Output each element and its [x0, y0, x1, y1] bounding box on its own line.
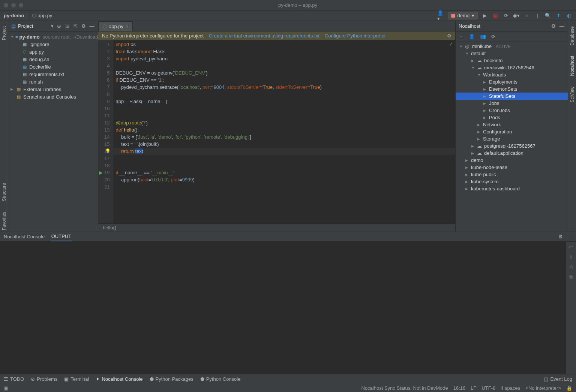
ide-updates-icon[interactable]: ◐	[566, 12, 572, 19]
hide-icon[interactable]: —	[559, 23, 565, 29]
run-gutter-icon[interactable]: ▶	[99, 169, 103, 176]
debug-icon[interactable]: 🐞	[492, 12, 499, 19]
inspection-ok-icon[interactable]: ✓	[449, 42, 453, 47]
scratches[interactable]: ▧Scratches and Consoles	[8, 93, 98, 100]
search-icon[interactable]: 🔍	[544, 12, 551, 19]
structure-tool-tab[interactable]: Structure	[2, 181, 7, 203]
coverage-icon[interactable]: ◉▾	[513, 12, 520, 19]
run-config-selector[interactable]: demo ▾	[448, 12, 478, 19]
wl-pods[interactable]: ▶Pods	[456, 114, 568, 121]
python-console-tool[interactable]: ⬢Python Console	[200, 376, 241, 382]
nocalhost-console-tool[interactable]: ✦Nocalhost Console	[96, 376, 142, 382]
breadcrumb-project[interactable]: py-demo	[4, 13, 24, 18]
create-venv-link[interactable]: Create a virtual environment using requi…	[209, 33, 320, 39]
hide-icon[interactable]: —	[89, 23, 95, 29]
users-icon[interactable]: 👥	[480, 34, 486, 39]
group-configuration[interactable]: ▶Configuration	[456, 128, 568, 135]
sciview-tool-tab[interactable]: SciView	[570, 85, 575, 104]
ns-kube-system[interactable]: ▶kube-system	[456, 178, 568, 185]
user-icon[interactable]: 👤	[469, 34, 475, 39]
file-app-py[interactable]: ⬡app.py	[8, 48, 98, 55]
group-network[interactable]: ▶Network	[456, 121, 568, 128]
scroll-icon[interactable]: ⇟	[569, 254, 573, 260]
status-eol[interactable]: LF	[471, 385, 476, 391]
breadcrumb[interactable]: py-demo 〉 ⬡ app.py	[4, 12, 52, 19]
event-log-tool[interactable]: ◫Event Log	[544, 376, 572, 382]
ns-kube-public[interactable]: ▶kube-public	[456, 171, 568, 178]
file-debug-sh[interactable]: ▦debug.sh	[8, 55, 98, 63]
add-icon[interactable]: ＋	[459, 33, 464, 40]
run-icon[interactable]: ▶	[482, 12, 488, 19]
file-gitignore[interactable]: ▦.gitignore	[8, 40, 98, 48]
ns-kube-node-lease[interactable]: ▶kube-node-lease	[456, 164, 568, 171]
lock-icon[interactable]: 🔒	[566, 385, 572, 391]
external-libraries[interactable]: ▶▥External Libraries	[8, 85, 98, 93]
code-editor[interactable]: 123456789101112131415161718▶192021 impor…	[98, 40, 455, 223]
wl-deployments[interactable]: ▶Deployments	[456, 78, 568, 85]
expand-icon[interactable]: ⇲	[64, 23, 70, 29]
file-run-sh[interactable]: ▦run.sh	[8, 78, 98, 85]
status-indent[interactable]: 4 spaces	[501, 385, 520, 391]
terminal-tool[interactable]: ▣Terminal	[64, 376, 89, 382]
app-default-application[interactable]: ▶☁default.application	[456, 150, 568, 157]
sync-icon[interactable]: ⬆	[555, 12, 562, 19]
console-output[interactable]	[0, 242, 566, 374]
trash-icon[interactable]: 🗑	[568, 274, 573, 280]
close-tab-icon[interactable]: ×	[126, 24, 129, 29]
wl-daemonsets[interactable]: ▶DaemonSets	[456, 85, 568, 93]
wl-jobs[interactable]: ▶Jobs	[456, 100, 568, 107]
print-icon[interactable]: ⎙	[570, 264, 573, 270]
status-interpreter[interactable]: <No interpreter>	[525, 385, 561, 391]
expand-icon[interactable]: ▶	[10, 87, 14, 91]
window-controls[interactable]	[4, 3, 23, 7]
gear-icon[interactable]: ⚙	[81, 23, 87, 29]
status-encoding[interactable]: UTF-8	[482, 385, 495, 391]
nocalhost-tool-tab[interactable]: Nocalhost	[570, 54, 575, 77]
ns-demo[interactable]: ▶demo	[456, 157, 568, 164]
python-packages-tool[interactable]: ⬢Python Packages	[150, 376, 194, 382]
ns-kubernetes-dashboard[interactable]: ▶kubernetes-dashboard	[456, 185, 568, 192]
tool-windows-icon[interactable]: ▣	[4, 385, 8, 391]
problems-tool[interactable]: ⊘Problems	[31, 376, 57, 382]
gear-icon[interactable]: ⚙	[447, 33, 452, 39]
expand-icon[interactable]: ▼	[10, 35, 14, 39]
wl-cronjobs[interactable]: ▶CronJobs	[456, 107, 568, 114]
gear-icon[interactable]: ⚙	[550, 23, 556, 29]
project-tool-tab[interactable]: Project	[2, 25, 7, 42]
configure-interpreter-link[interactable]: Configure Python interpreter	[325, 33, 386, 39]
breadcrumb-file[interactable]: app.py	[38, 13, 52, 18]
project-tree[interactable]: ▼ ■ py-demo sources root, ~/Downloads/p …	[8, 31, 98, 232]
project-root[interactable]: ▼ ■ py-demo sources root, ~/Downloads/p	[8, 33, 98, 40]
stop-icon[interactable]: ■	[524, 12, 530, 19]
console-tab-output[interactable]: OUTPUT	[51, 232, 72, 241]
database-tool-tab[interactable]: Database	[570, 25, 575, 47]
cluster-minikube[interactable]: ▼◎minikubeACTIVE	[456, 43, 568, 50]
app-bookinfo[interactable]: ▶☁bookinfo	[456, 57, 568, 64]
hide-icon[interactable]: —	[567, 234, 572, 239]
add-user-icon[interactable]: 👤▾	[437, 12, 444, 19]
wrap-icon[interactable]: ↩	[569, 244, 573, 250]
app-mediawiki[interactable]: ▼☁mediawiki-1627562546	[456, 64, 568, 71]
status-position[interactable]: 16:16	[453, 385, 466, 391]
editor-tab-app-py[interactable]: ⬡ app.py ×	[98, 21, 133, 31]
gear-icon[interactable]: ⚙	[558, 234, 563, 239]
file-dockerfile[interactable]: ▦Dockerfile	[8, 63, 98, 70]
group-workloads[interactable]: ▼Workloads	[456, 71, 568, 78]
collapse-icon[interactable]: ⇱	[72, 23, 78, 29]
favorites-tool-tab[interactable]: Favorites	[2, 210, 7, 232]
status-sync[interactable]: Nocalhost Sync Status: Not in DevMode	[361, 385, 448, 391]
code-content[interactable]: import os from flask import Flask import…	[113, 40, 455, 223]
todo-tool[interactable]: ☰TODO	[4, 376, 24, 382]
nocalhost-tree[interactable]: ▼◎minikubeACTIVE ▼default ▶☁bookinfo ▼☁m…	[456, 42, 568, 232]
more-run-icon[interactable]: ⟳	[502, 12, 509, 19]
chevron-down-icon[interactable]: ▾	[51, 23, 54, 29]
locate-icon[interactable]: ⊕	[56, 23, 62, 29]
wl-statefulsets[interactable]: ▶StatefulSets	[456, 93, 568, 100]
editor-crumb-bar[interactable]: hello()	[98, 223, 455, 232]
app-postgresql[interactable]: ▶☁postgresql-1627562567	[456, 142, 568, 150]
intention-bulb-icon[interactable]: 💡	[105, 148, 111, 155]
group-storage[interactable]: ▶Storage	[456, 135, 568, 142]
file-requirements[interactable]: ▤requirements.txt	[8, 70, 98, 78]
refresh-icon[interactable]: ⟳	[491, 34, 495, 39]
ns-default[interactable]: ▼default	[456, 50, 568, 57]
